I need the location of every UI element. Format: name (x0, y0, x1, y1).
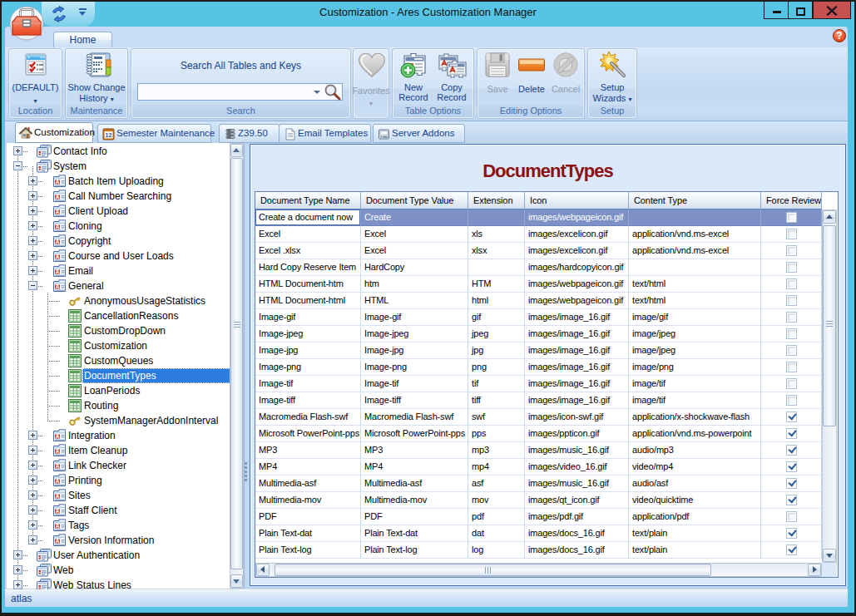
svg-text:A: A (56, 239, 60, 244)
svg-text:A: A (56, 179, 60, 185)
svg-text:A: A (56, 463, 60, 469)
svg-text:A: A (56, 523, 60, 529)
svg-text:A: A (56, 478, 60, 484)
svg-text:A: A (56, 269, 60, 274)
svg-text:A: A (56, 433, 60, 439)
svg-text:12: 12 (106, 132, 112, 138)
svg-text:A: A (56, 538, 60, 544)
svg-text:A: A (56, 448, 60, 454)
svg-text:A: A (56, 194, 60, 200)
svg-text:A: A (56, 224, 60, 229)
svg-text:A: A (56, 283, 60, 289)
svg-text:A: A (56, 508, 60, 514)
svg-text:A: A (56, 254, 60, 259)
svg-text:A: A (56, 493, 60, 499)
svg-text:A: A (56, 209, 60, 214)
